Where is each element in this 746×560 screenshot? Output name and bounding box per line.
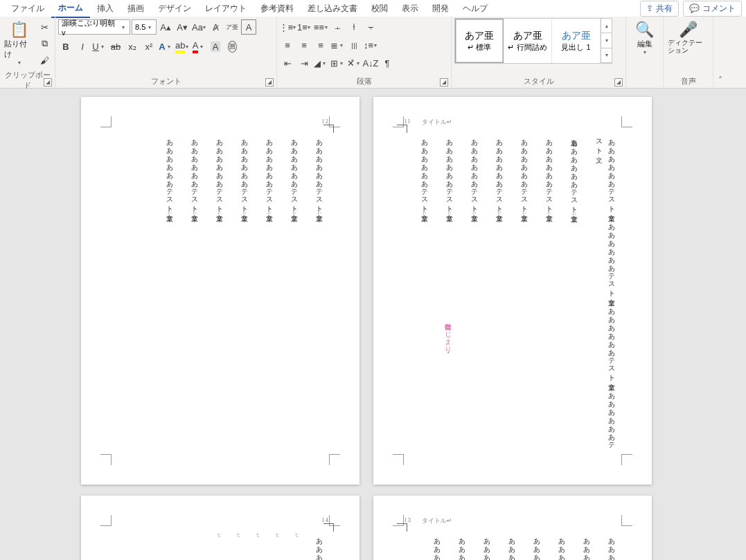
cut-button[interactable]: ✂	[37, 19, 52, 35]
style-normal[interactable]: あア亜 ↵ 標準	[455, 19, 504, 63]
page-12[interactable]: 12 ああああああテスト文章↵ ああああああテスト文章↵ ああああああテスト文章…	[81, 97, 359, 485]
paste-button[interactable]: 📋 貼り付け ▾	[3, 18, 35, 69]
page-13[interactable]: 13 タイトル↵ ああああ ああああ ああああ ああああ ああああ ああああ あ…	[373, 496, 652, 560]
font-size-combo[interactable]: 8.5 ▾	[132, 19, 157, 35]
tab-draw[interactable]: 描画	[121, 0, 151, 17]
copy-icon: ⧉	[42, 38, 48, 49]
page-14[interactable]: 14 ああああ ↵ ↵ ↵ ↵ ↵	[81, 496, 359, 560]
char-shading-button[interactable]: A	[208, 39, 223, 54]
underline-icon: U	[92, 42, 98, 52]
style-heading1[interactable]: あア亜 見出し 1	[552, 19, 601, 63]
phonetic-button[interactable]: ア亜	[224, 19, 240, 35]
tab-insert[interactable]: 挿入	[90, 0, 121, 17]
underline-button[interactable]: U▾	[91, 39, 107, 54]
dictate-label: ディクテーション	[668, 39, 709, 54]
share-button[interactable]: ⇪ 共有	[640, 1, 679, 17]
align-center-button[interactable]: ≡	[296, 37, 312, 53]
style-gallery: あア亜 ↵ 標準 あア亜 ↵ 行間詰め あア亜 見出し 1 ▴ ▾ ▾	[454, 18, 612, 64]
align-left-button[interactable]: ≡	[280, 37, 295, 53]
paragraph-dialog-launcher[interactable]: ◢	[440, 78, 448, 87]
format-painter-button[interactable]: 🖌	[37, 53, 52, 68]
indent-inc-button[interactable]: ⇥	[296, 55, 312, 71]
style-scroll-down[interactable]: ▾	[601, 33, 612, 48]
text-column: ああああああテスト文章↵	[492, 134, 505, 447]
brush-icon: 🖌	[40, 55, 49, 66]
show-marks-button[interactable]: ¶	[380, 55, 395, 71]
subscript-icon: x₂	[128, 42, 136, 52]
shading-button[interactable]: ◢▾	[313, 55, 328, 71]
italic-button[interactable]: I	[75, 39, 90, 54]
char-shading-icon: A	[211, 42, 221, 52]
style-nospace[interactable]: あア亜 ↵ 行間詰め	[504, 19, 552, 63]
tab-layout[interactable]: レイアウト	[198, 0, 254, 17]
text-column-long: ああああああテスト文章 ああああああテスト文章 ああああああテスト文章 ああああ…	[592, 134, 617, 447]
font-color-button[interactable]: A▾	[191, 39, 206, 54]
justify-button[interactable]: ≣▾	[330, 37, 345, 53]
tab-design[interactable]: デザイン	[151, 0, 198, 17]
tab-home[interactable]: ホーム	[51, 0, 90, 18]
copy-button[interactable]: ⧉	[37, 36, 52, 51]
distributed-button[interactable]: ⫼	[346, 37, 362, 53]
styles-dialog-launcher[interactable]: ◢	[614, 78, 623, 87]
paragraph-mark: ↵	[215, 533, 222, 560]
clear-format-button[interactable]: A̷	[208, 19, 223, 35]
crop-mark	[621, 515, 632, 526]
change-case-button[interactable]: Aa▾	[191, 19, 206, 35]
style-scroll-up[interactable]: ▴	[601, 19, 612, 33]
align-center-v-button[interactable]: ⫲	[346, 19, 362, 35]
page-11[interactable]: 11 タイトル↵ ああああああテスト文章 ああああああテスト文章 ああああああテ…	[373, 97, 652, 485]
tab-review[interactable]: 校閲	[364, 0, 395, 17]
text-direction-button[interactable]: ✕̂▾	[346, 55, 362, 71]
align-bottom-button[interactable]: ⫟	[363, 19, 378, 35]
superscript-button[interactable]: x²	[141, 39, 157, 54]
group-label-paragraph: 段落	[280, 75, 448, 88]
annotation-note: 奇数はじまり・・・	[443, 318, 452, 349]
style-preview: あア亜	[562, 30, 591, 42]
tab-view[interactable]: 表示	[395, 0, 425, 17]
subscript-button[interactable]: x₂	[125, 39, 140, 54]
ruby-icon: ア亜	[226, 23, 238, 32]
font-dialog-launcher[interactable]: ◢	[265, 78, 274, 87]
eraser-icon: A̷	[213, 22, 219, 33]
align-top-icon: ⫠	[333, 22, 342, 33]
tab-mailings[interactable]: 差し込み文書	[301, 0, 364, 17]
char-border-button[interactable]: A	[241, 19, 256, 35]
editing-button[interactable]: 🔍 編集 ▾	[629, 18, 660, 58]
collapse-ribbon-button[interactable]: ˄	[713, 17, 727, 88]
grow-font-button[interactable]: A▴	[158, 19, 173, 35]
clipboard-dialog-launcher[interactable]: ◢	[44, 78, 52, 87]
strike-button[interactable]: ab	[108, 39, 123, 54]
enclose-char-button[interactable]: 囲	[224, 39, 240, 54]
borders-button[interactable]: ⊞▾	[330, 55, 345, 71]
chevron-up-icon: ˄	[718, 75, 722, 85]
text-effects-button[interactable]: A▾	[158, 39, 173, 54]
style-gallery-expand[interactable]: ▾	[601, 48, 612, 63]
indent-dec-button[interactable]: ⇤	[280, 55, 295, 71]
align-center-v-icon: ⫲	[353, 21, 355, 33]
group-voice: 🎤 ディクテーション 音声	[664, 17, 713, 88]
tab-file[interactable]: ファイル	[4, 0, 51, 17]
highlight-button[interactable]: ab▾	[175, 39, 190, 54]
style-preview: あア亜	[465, 30, 494, 42]
shrink-font-button[interactable]: A▾	[175, 19, 190, 35]
align-top-button[interactable]: ⫠	[330, 19, 345, 35]
bullets-button[interactable]: ⋮≡▾	[280, 19, 295, 35]
italic-icon: I	[81, 42, 84, 52]
tab-developer[interactable]: 開発	[425, 0, 456, 17]
font-name-combo[interactable]: 源暎こぶり明朝 v ▾	[58, 19, 130, 35]
document-area[interactable]: 12 ああああああテスト文章↵ ああああああテスト文章↵ ああああああテスト文章…	[0, 89, 746, 560]
text-column: ああああ	[455, 533, 468, 560]
bold-button[interactable]: B	[58, 39, 73, 54]
align-right-button[interactable]: ≡	[313, 37, 328, 53]
tab-help[interactable]: ヘルプ	[456, 0, 495, 17]
comment-button[interactable]: 💬 コメント	[683, 1, 742, 17]
highlight-icon: ab	[175, 40, 185, 53]
text-columns: ああああああテスト文章 ああああああテスト文章 ああああああテスト文章 ああああ…	[408, 134, 617, 447]
text-column: ああああああテスト文章↵	[517, 134, 530, 447]
sort-button[interactable]: A↓Z	[363, 55, 378, 71]
dictate-button[interactable]: 🎤 ディクテーション	[666, 18, 710, 57]
multilevel-button[interactable]: ≡≡▾	[313, 19, 328, 35]
line-spacing-button[interactable]: ↕≡▾	[363, 37, 378, 53]
numbering-button[interactable]: 1≡▾	[296, 19, 312, 35]
tab-references[interactable]: 参考資料	[254, 0, 301, 17]
